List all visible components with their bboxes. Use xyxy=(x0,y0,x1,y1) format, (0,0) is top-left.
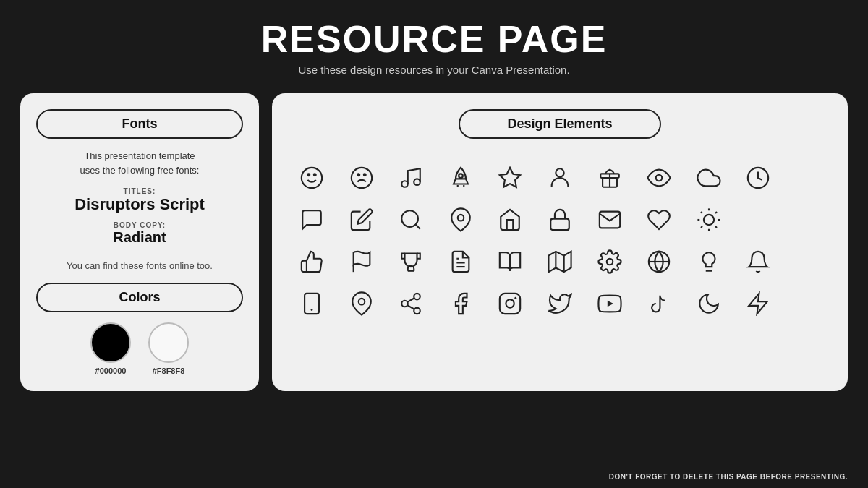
icon-rocket xyxy=(438,159,484,197)
icon-chat xyxy=(289,201,335,239)
main-content: Fonts This presentation template uses th… xyxy=(0,93,868,391)
title-font-name: Disruptors Script xyxy=(75,195,205,214)
icon-search xyxy=(388,201,434,239)
body-font-name: Radiant xyxy=(113,229,166,246)
icon-globe xyxy=(637,243,682,281)
title-font-entry: TITLES: Disruptors Script xyxy=(75,187,205,214)
icon-settings xyxy=(587,243,632,281)
icon-document xyxy=(438,243,484,281)
icon-heart xyxy=(637,201,682,239)
icon-location xyxy=(339,285,385,322)
left-panel: Fonts This presentation template uses th… xyxy=(20,93,259,391)
icon-book xyxy=(488,243,533,281)
svg-marker-48 xyxy=(607,301,613,307)
icon-gift xyxy=(587,159,632,197)
svg-line-44 xyxy=(408,305,415,309)
svg-point-43 xyxy=(414,308,421,314)
icon-empty1 xyxy=(785,159,830,197)
icon-smiley xyxy=(289,159,335,197)
fonts-header: Fonts xyxy=(36,109,243,139)
svg-rect-18 xyxy=(550,219,569,231)
page-header: RESOURCE PAGE Use these design resources… xyxy=(0,0,868,83)
icon-person xyxy=(537,159,583,197)
icon-trophy xyxy=(388,243,434,281)
icon-moon xyxy=(686,285,731,322)
icon-lightbulb xyxy=(686,243,731,281)
svg-line-45 xyxy=(408,298,415,302)
svg-line-23 xyxy=(715,226,717,228)
design-elements-header: Design Elements xyxy=(459,109,661,139)
svg-point-15 xyxy=(402,210,419,227)
icon-thumbsup xyxy=(289,243,335,281)
svg-point-2 xyxy=(314,174,316,176)
icon-youtube xyxy=(587,285,632,322)
svg-line-16 xyxy=(416,225,420,229)
icon-flag xyxy=(339,243,385,281)
svg-point-35 xyxy=(606,259,613,265)
svg-point-4 xyxy=(357,174,359,176)
icon-empty5 xyxy=(785,285,830,322)
colors-header: Colors xyxy=(36,283,243,312)
colors-swatches: #000000 #F8F8F8 xyxy=(36,322,243,375)
icon-facebook xyxy=(438,285,484,322)
icon-empty2 xyxy=(736,201,781,239)
svg-point-42 xyxy=(402,301,409,307)
icon-mail xyxy=(587,201,632,239)
svg-line-27 xyxy=(715,212,717,213)
icon-map xyxy=(537,243,583,281)
svg-point-10 xyxy=(556,168,563,176)
footer-note: DON'T FORGET TO DELETE THIS PAGE BEFORE … xyxy=(609,473,848,481)
icon-star xyxy=(488,159,533,197)
icon-twitter xyxy=(537,285,583,322)
swatch-circle-white xyxy=(148,322,189,363)
svg-point-8 xyxy=(459,174,463,178)
icon-eye xyxy=(637,159,682,197)
page-title: RESOURCE PAGE xyxy=(0,20,868,58)
colors-section: Colors #000000 #F8F8F8 xyxy=(36,283,243,375)
swatch-label-black: #000000 xyxy=(95,367,127,375)
title-font-label: TITLES: xyxy=(75,187,205,195)
fonts-description: This presentation template uses the foll… xyxy=(80,149,200,177)
svg-point-6 xyxy=(402,181,409,187)
icon-sad xyxy=(339,159,385,197)
icon-megaphone xyxy=(736,285,781,322)
page-subtitle: Use these design resources in your Canva… xyxy=(0,64,868,76)
svg-line-22 xyxy=(701,212,702,213)
svg-point-5 xyxy=(364,174,366,176)
swatch-label-white: #F8F8F8 xyxy=(153,367,185,375)
icon-pin xyxy=(438,201,484,239)
icon-share xyxy=(388,285,434,322)
svg-point-13 xyxy=(656,175,663,181)
icon-music xyxy=(388,159,434,197)
svg-point-3 xyxy=(352,168,372,188)
icons-grid xyxy=(289,159,830,322)
icon-empty4 xyxy=(785,243,830,281)
icon-sun xyxy=(686,201,731,239)
icon-lock xyxy=(537,201,583,239)
swatch-black: #000000 xyxy=(90,322,131,375)
svg-point-41 xyxy=(414,294,421,300)
icon-bell xyxy=(736,243,781,281)
font-find-text: You can find these fonts online too. xyxy=(67,260,213,271)
svg-point-19 xyxy=(704,215,714,225)
svg-point-0 xyxy=(302,168,322,188)
swatch-white: #F8F8F8 xyxy=(148,322,189,375)
body-font-label: BODY COPY: xyxy=(113,221,166,229)
icon-clock xyxy=(736,159,781,197)
svg-line-26 xyxy=(701,226,702,228)
icon-tiktok xyxy=(637,285,682,322)
icon-phone xyxy=(289,285,335,322)
icon-instagram xyxy=(488,285,533,322)
icon-home xyxy=(488,201,533,239)
svg-rect-46 xyxy=(500,294,520,314)
icon-empty3 xyxy=(785,201,830,239)
body-font-entry: BODY COPY: Radiant xyxy=(113,221,166,246)
svg-marker-32 xyxy=(548,252,571,272)
svg-point-40 xyxy=(359,299,365,305)
svg-marker-9 xyxy=(500,168,520,187)
svg-point-17 xyxy=(458,215,464,221)
icon-cloud xyxy=(686,159,731,197)
svg-point-1 xyxy=(308,174,310,176)
right-panel: Design Elements xyxy=(272,93,848,391)
svg-point-7 xyxy=(414,179,421,185)
